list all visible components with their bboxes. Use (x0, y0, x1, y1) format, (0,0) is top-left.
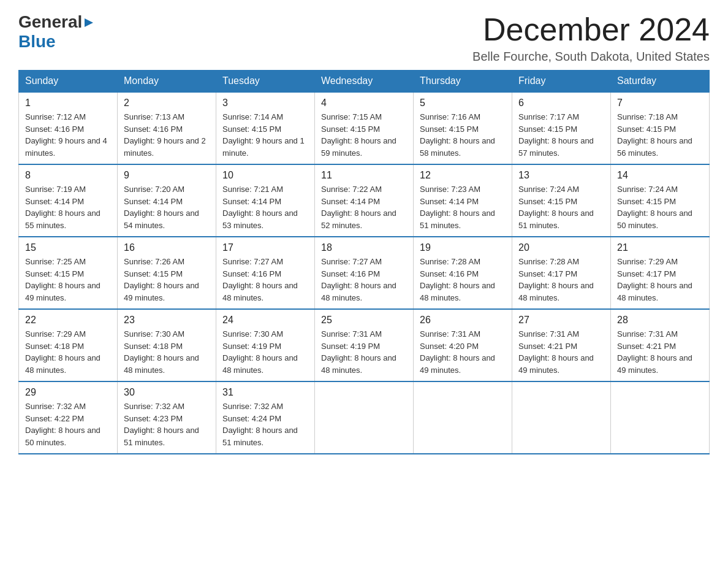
day-number: 21 (617, 242, 703, 253)
table-row: 8 Sunrise: 7:19 AM Sunset: 4:14 PM Dayli… (19, 164, 118, 237)
day-number: 7 (617, 98, 703, 109)
day-info: Sunrise: 7:25 AM Sunset: 4:15 PM Dayligh… (25, 256, 111, 304)
table-row: 31 Sunrise: 7:32 AM Sunset: 4:24 PM Dayl… (216, 381, 315, 454)
day-number: 6 (518, 98, 604, 109)
day-info: Sunrise: 7:21 AM Sunset: 4:14 PM Dayligh… (222, 183, 308, 231)
day-info: Sunrise: 7:30 AM Sunset: 4:18 PM Dayligh… (124, 328, 210, 376)
table-row (315, 381, 414, 454)
day-number: 15 (25, 242, 111, 253)
day-info: Sunrise: 7:31 AM Sunset: 4:21 PM Dayligh… (518, 328, 604, 376)
calendar-subtitle: Belle Fourche, South Dakota, United Stat… (472, 50, 710, 64)
day-info: Sunrise: 7:32 AM Sunset: 4:23 PM Dayligh… (124, 400, 210, 448)
table-row: 6 Sunrise: 7:17 AM Sunset: 4:15 PM Dayli… (512, 92, 611, 164)
table-row: 29 Sunrise: 7:32 AM Sunset: 4:22 PM Dayl… (19, 381, 118, 454)
day-info: Sunrise: 7:13 AM Sunset: 4:16 PM Dayligh… (124, 111, 210, 159)
day-number: 13 (518, 170, 604, 181)
header-wednesday: Wednesday (315, 71, 414, 93)
page-header: General Blue December 2024 Belle Fourche… (18, 12, 710, 64)
table-row: 24 Sunrise: 7:30 AM Sunset: 4:19 PM Dayl… (216, 309, 315, 381)
table-row: 7 Sunrise: 7:18 AM Sunset: 4:15 PM Dayli… (611, 92, 710, 164)
day-info: Sunrise: 7:28 AM Sunset: 4:17 PM Dayligh… (518, 256, 604, 304)
logo-general-text: General (18, 12, 82, 32)
table-row: 22 Sunrise: 7:29 AM Sunset: 4:18 PM Dayl… (19, 309, 118, 381)
logo-blue-text: Blue (18, 32, 56, 51)
table-row: 2 Sunrise: 7:13 AM Sunset: 4:16 PM Dayli… (118, 92, 216, 164)
calendar-week-2: 8 Sunrise: 7:19 AM Sunset: 4:14 PM Dayli… (19, 164, 710, 237)
table-row: 10 Sunrise: 7:21 AM Sunset: 4:14 PM Dayl… (216, 164, 315, 237)
day-number: 3 (222, 98, 308, 109)
day-info: Sunrise: 7:27 AM Sunset: 4:16 PM Dayligh… (222, 256, 308, 304)
day-info: Sunrise: 7:31 AM Sunset: 4:21 PM Dayligh… (617, 328, 703, 376)
day-number: 27 (518, 315, 604, 326)
table-row: 13 Sunrise: 7:24 AM Sunset: 4:15 PM Dayl… (512, 164, 611, 237)
day-number: 29 (25, 387, 111, 398)
day-info: Sunrise: 7:14 AM Sunset: 4:15 PM Dayligh… (222, 111, 308, 159)
day-number: 9 (124, 170, 210, 181)
table-row: 17 Sunrise: 7:27 AM Sunset: 4:16 PM Dayl… (216, 237, 315, 309)
day-info: Sunrise: 7:29 AM Sunset: 4:18 PM Dayligh… (25, 328, 111, 376)
day-number: 14 (617, 170, 703, 181)
day-info: Sunrise: 7:22 AM Sunset: 4:14 PM Dayligh… (321, 183, 407, 231)
day-info: Sunrise: 7:19 AM Sunset: 4:14 PM Dayligh… (25, 183, 111, 231)
svg-marker-0 (85, 18, 93, 27)
table-row: 26 Sunrise: 7:31 AM Sunset: 4:20 PM Dayl… (414, 309, 512, 381)
day-info: Sunrise: 7:16 AM Sunset: 4:15 PM Dayligh… (420, 111, 506, 159)
day-number: 31 (222, 387, 308, 398)
calendar-week-4: 22 Sunrise: 7:29 AM Sunset: 4:18 PM Dayl… (19, 309, 710, 381)
day-info: Sunrise: 7:28 AM Sunset: 4:16 PM Dayligh… (420, 256, 506, 304)
day-number: 10 (222, 170, 308, 181)
day-number: 5 (420, 98, 506, 109)
day-info: Sunrise: 7:27 AM Sunset: 4:16 PM Dayligh… (321, 256, 407, 304)
header-sunday: Sunday (19, 71, 118, 93)
header-monday: Monday (118, 71, 216, 93)
day-number: 12 (420, 170, 506, 181)
day-number: 19 (420, 242, 506, 253)
day-info: Sunrise: 7:26 AM Sunset: 4:15 PM Dayligh… (124, 256, 210, 304)
table-row: 25 Sunrise: 7:31 AM Sunset: 4:19 PM Dayl… (315, 309, 414, 381)
day-info: Sunrise: 7:17 AM Sunset: 4:15 PM Dayligh… (518, 111, 604, 159)
table-row: 1 Sunrise: 7:12 AM Sunset: 4:16 PM Dayli… (19, 92, 118, 164)
day-number: 20 (518, 242, 604, 253)
day-info: Sunrise: 7:24 AM Sunset: 4:15 PM Dayligh… (518, 183, 604, 231)
table-row: 19 Sunrise: 7:28 AM Sunset: 4:16 PM Dayl… (414, 237, 512, 309)
logo-flag-icon (83, 17, 94, 28)
day-number: 25 (321, 315, 407, 326)
day-info: Sunrise: 7:12 AM Sunset: 4:16 PM Dayligh… (25, 111, 111, 159)
table-row: 9 Sunrise: 7:20 AM Sunset: 4:14 PM Dayli… (118, 164, 216, 237)
day-number: 17 (222, 242, 308, 253)
table-row: 4 Sunrise: 7:15 AM Sunset: 4:15 PM Dayli… (315, 92, 414, 164)
table-row: 12 Sunrise: 7:23 AM Sunset: 4:14 PM Dayl… (414, 164, 512, 237)
day-number: 22 (25, 315, 111, 326)
table-row: 5 Sunrise: 7:16 AM Sunset: 4:15 PM Dayli… (414, 92, 512, 164)
table-row: 28 Sunrise: 7:31 AM Sunset: 4:21 PM Dayl… (611, 309, 710, 381)
table-row: 30 Sunrise: 7:32 AM Sunset: 4:23 PM Dayl… (118, 381, 216, 454)
day-info: Sunrise: 7:32 AM Sunset: 4:22 PM Dayligh… (25, 400, 111, 448)
table-row: 11 Sunrise: 7:22 AM Sunset: 4:14 PM Dayl… (315, 164, 414, 237)
day-info: Sunrise: 7:29 AM Sunset: 4:17 PM Dayligh… (617, 256, 703, 304)
table-row: 23 Sunrise: 7:30 AM Sunset: 4:18 PM Dayl… (118, 309, 216, 381)
day-info: Sunrise: 7:20 AM Sunset: 4:14 PM Dayligh… (124, 183, 210, 231)
day-number: 23 (124, 315, 210, 326)
day-number: 2 (124, 98, 210, 109)
calendar-table: Sunday Monday Tuesday Wednesday Thursday… (18, 70, 710, 454)
table-row (611, 381, 710, 454)
day-info: Sunrise: 7:30 AM Sunset: 4:19 PM Dayligh… (222, 328, 308, 376)
day-number: 24 (222, 315, 308, 326)
table-row: 27 Sunrise: 7:31 AM Sunset: 4:21 PM Dayl… (512, 309, 611, 381)
calendar-title: December 2024 (472, 12, 710, 47)
table-row: 18 Sunrise: 7:27 AM Sunset: 4:16 PM Dayl… (315, 237, 414, 309)
day-number: 8 (25, 170, 111, 181)
day-info: Sunrise: 7:24 AM Sunset: 4:15 PM Dayligh… (617, 183, 703, 231)
day-number: 30 (124, 387, 210, 398)
table-row: 15 Sunrise: 7:25 AM Sunset: 4:15 PM Dayl… (19, 237, 118, 309)
title-block: December 2024 Belle Fourche, South Dakot… (472, 12, 710, 64)
calendar-week-5: 29 Sunrise: 7:32 AM Sunset: 4:22 PM Dayl… (19, 381, 710, 454)
logo: General Blue (18, 12, 94, 52)
table-row: 16 Sunrise: 7:26 AM Sunset: 4:15 PM Dayl… (118, 237, 216, 309)
table-row (512, 381, 611, 454)
day-info: Sunrise: 7:32 AM Sunset: 4:24 PM Dayligh… (222, 400, 308, 448)
header-tuesday: Tuesday (216, 71, 315, 93)
table-row: 21 Sunrise: 7:29 AM Sunset: 4:17 PM Dayl… (611, 237, 710, 309)
header-thursday: Thursday (414, 71, 512, 93)
table-row: 14 Sunrise: 7:24 AM Sunset: 4:15 PM Dayl… (611, 164, 710, 237)
